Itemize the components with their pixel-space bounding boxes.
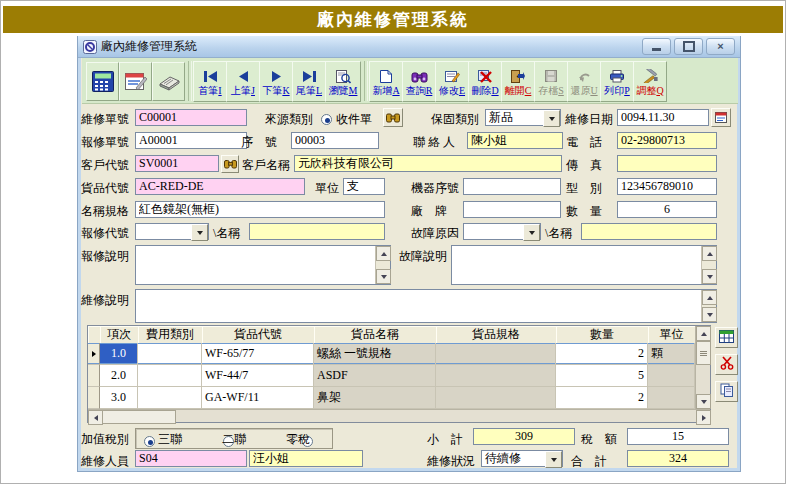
print-button[interactable]: 列印P bbox=[600, 61, 634, 102]
cell-quantity[interactable]: 2 bbox=[556, 387, 648, 409]
cell-product-name[interactable]: ASDF bbox=[314, 365, 436, 387]
cell-product-code[interactable]: WF-44/7 bbox=[202, 365, 314, 387]
total-field[interactable] bbox=[627, 450, 729, 467]
cell-quantity[interactable]: 5 bbox=[556, 365, 648, 387]
cell-product-name[interactable]: 鼻架 bbox=[314, 387, 436, 409]
customer-lookup-button[interactable] bbox=[221, 155, 239, 173]
source-type-option-label[interactable]: 收件單 bbox=[336, 111, 372, 128]
warranty-type-dropdown[interactable]: 新品 bbox=[485, 109, 561, 126]
next-record-button[interactable]: 下筆K bbox=[259, 61, 293, 102]
query-button[interactable]: 查詢R bbox=[402, 61, 436, 102]
report-code-name-field[interactable] bbox=[249, 223, 385, 240]
calculator-button[interactable] bbox=[86, 62, 119, 101]
product-code-field[interactable] bbox=[135, 178, 305, 195]
cell-product-spec[interactable] bbox=[436, 343, 556, 365]
cell-item-no[interactable]: 3.0 bbox=[100, 387, 138, 409]
cell-unit[interactable] bbox=[648, 365, 695, 387]
subtotal-field[interactable] bbox=[473, 428, 575, 445]
quantity-field[interactable] bbox=[617, 201, 717, 218]
cell-unit[interactable] bbox=[648, 387, 695, 409]
unit-field[interactable] bbox=[343, 178, 385, 195]
cell-item-no[interactable]: 2.0 bbox=[100, 365, 138, 387]
customer-name-field[interactable] bbox=[294, 155, 562, 172]
source-type-radio[interactable] bbox=[321, 114, 332, 125]
fault-reason-dropdown[interactable] bbox=[463, 223, 541, 240]
report-code-dropdown[interactable] bbox=[135, 223, 209, 240]
cell-product-code[interactable]: GA-WF/11 bbox=[202, 387, 314, 409]
phone-field[interactable] bbox=[617, 132, 717, 149]
scroll-up-button[interactable] bbox=[702, 246, 717, 261]
report-no-field[interactable] bbox=[135, 132, 247, 149]
grid-vscrollbar[interactable] bbox=[695, 326, 710, 409]
scroll-right-button[interactable] bbox=[696, 410, 711, 425]
last-record-button[interactable]: 尾筆L bbox=[292, 61, 326, 102]
fault-reason-name-field[interactable] bbox=[581, 223, 717, 240]
report-desc-textarea[interactable] bbox=[135, 245, 391, 285]
scroll-down-button[interactable] bbox=[696, 394, 711, 409]
tax-type-option-label[interactable]: 三聯 bbox=[158, 431, 182, 448]
scroll-down-button[interactable] bbox=[376, 269, 391, 284]
cut-row-button[interactable] bbox=[715, 354, 738, 375]
serial-no-field[interactable] bbox=[291, 132, 379, 149]
cell-fee-type[interactable] bbox=[138, 365, 202, 387]
dropdown-arrow-button[interactable] bbox=[523, 224, 540, 241]
fax-field[interactable] bbox=[617, 155, 717, 172]
adjust-button[interactable]: 調整Q bbox=[633, 61, 667, 102]
cell-product-spec[interactable] bbox=[436, 365, 556, 387]
cell-quantity[interactable]: 2 bbox=[556, 343, 648, 365]
cell-fee-type[interactable] bbox=[138, 343, 202, 365]
scroll-up-button[interactable] bbox=[376, 246, 391, 261]
cell-unit[interactable]: 顆 bbox=[648, 343, 695, 365]
repair-desc-textarea[interactable] bbox=[135, 289, 717, 323]
grid-hscrollbar[interactable] bbox=[88, 409, 710, 422]
scroll-up-button[interactable] bbox=[702, 290, 717, 305]
hscroll-thumb[interactable] bbox=[102, 410, 176, 424]
browse-button[interactable]: 瀏覽M bbox=[325, 61, 361, 102]
copy-row-button[interactable] bbox=[715, 381, 738, 402]
first-record-button[interactable]: 首筆I bbox=[193, 61, 227, 102]
save-button[interactable]: 存檔S bbox=[534, 61, 568, 102]
repair-status-dropdown[interactable]: 待續修 bbox=[481, 450, 563, 467]
repair-date-field[interactable] bbox=[617, 109, 709, 126]
scroll-left-button[interactable] bbox=[88, 410, 103, 425]
scroll-down-button[interactable] bbox=[702, 269, 717, 284]
add-button[interactable]: 新增A bbox=[369, 61, 403, 102]
repair-staff-name-field[interactable] bbox=[249, 450, 363, 467]
scroll-down-button[interactable] bbox=[702, 307, 717, 322]
grid-table-button[interactable] bbox=[715, 327, 738, 348]
minimize-button[interactable] bbox=[642, 38, 671, 55]
cell-item-no[interactable]: 1.0 bbox=[100, 343, 138, 365]
scroll-up-button[interactable] bbox=[696, 326, 711, 341]
vscroll-thumb[interactable] bbox=[696, 341, 711, 365]
cell-fee-type[interactable] bbox=[138, 387, 202, 409]
maximize-button[interactable] bbox=[674, 38, 703, 55]
window-titlebar[interactable]: 廠內維修管理系統 × bbox=[78, 36, 740, 58]
undo-button[interactable]: 還原U bbox=[567, 61, 601, 102]
name-spec-field[interactable] bbox=[135, 201, 385, 218]
dropdown-arrow-button[interactable] bbox=[545, 451, 562, 468]
tax-type-option-label[interactable]: 零稅 bbox=[286, 431, 310, 448]
exit-button[interactable]: 離開C bbox=[501, 61, 535, 102]
repair-no-field[interactable] bbox=[135, 109, 247, 126]
cell-product-spec[interactable] bbox=[436, 387, 556, 409]
prev-record-button[interactable]: 上筆J bbox=[226, 61, 260, 102]
repair-staff-code-field[interactable] bbox=[135, 450, 247, 467]
delete-button[interactable]: 刪除D bbox=[468, 61, 502, 102]
tax-type-option-label[interactable]: 二聯 bbox=[222, 431, 246, 448]
model-field[interactable] bbox=[617, 178, 717, 195]
cell-product-code[interactable]: WF-65/77 bbox=[202, 343, 314, 365]
tax-type-radio-triplicate[interactable] bbox=[144, 436, 155, 447]
customer-code-field[interactable] bbox=[135, 155, 219, 172]
edit-button[interactable]: 修改E bbox=[435, 61, 469, 102]
machine-serial-field[interactable] bbox=[463, 178, 561, 195]
fault-desc-textarea[interactable] bbox=[451, 245, 717, 285]
date-picker-button[interactable] bbox=[711, 108, 731, 127]
calendar-button[interactable] bbox=[119, 62, 152, 101]
dropdown-arrow-button[interactable] bbox=[191, 224, 208, 241]
dropdown-arrow-button[interactable] bbox=[543, 110, 560, 127]
brand-field[interactable] bbox=[463, 201, 561, 218]
close-button[interactable]: × bbox=[706, 38, 735, 55]
cell-product-name[interactable]: 螺絲 一號規格 bbox=[314, 343, 436, 365]
tax-field[interactable] bbox=[627, 428, 729, 445]
source-lookup-button[interactable] bbox=[383, 108, 403, 127]
